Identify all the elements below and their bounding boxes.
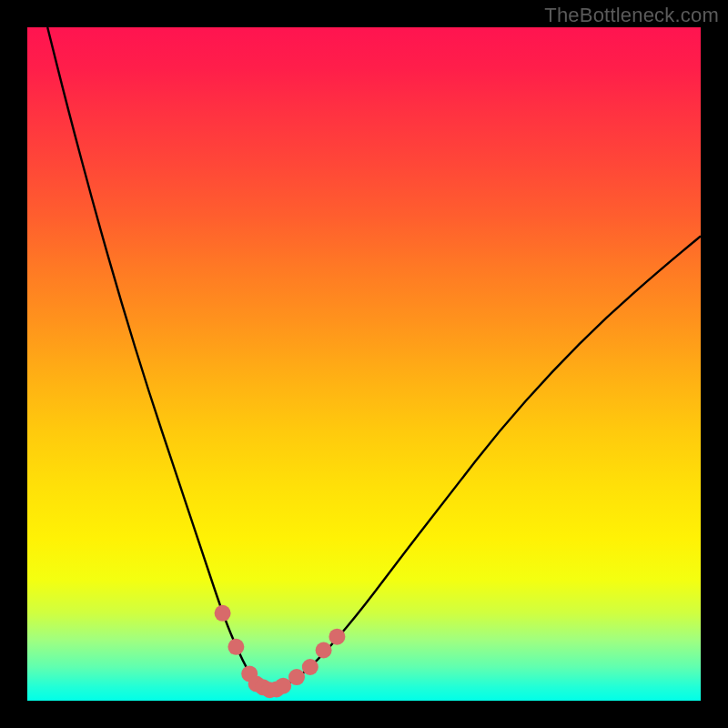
marker-dot xyxy=(275,678,291,694)
marker-dot xyxy=(215,605,231,622)
marker-dot xyxy=(228,639,244,655)
marker-dot xyxy=(302,659,318,675)
marker-dot xyxy=(316,642,332,659)
marker-dot xyxy=(329,629,345,645)
marker-dot xyxy=(288,669,305,685)
bottleneck-curve xyxy=(47,27,701,690)
plot-area xyxy=(27,27,701,701)
watermark-text: TheBottleneck.com xyxy=(544,4,719,27)
curve-svg xyxy=(27,27,701,701)
chart-frame: TheBottleneck.com xyxy=(0,0,728,728)
highlight-markers xyxy=(215,605,346,698)
